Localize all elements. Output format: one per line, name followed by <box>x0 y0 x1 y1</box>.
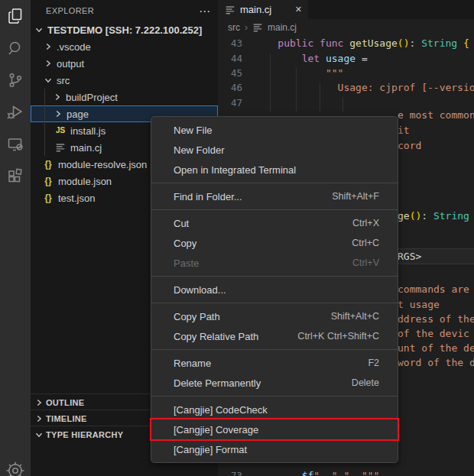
line-number: 46 <box>218 82 242 93</box>
breadcrumb-file[interactable]: main.cj <box>268 22 297 33</box>
breadcrumb-folder[interactable]: src <box>228 22 240 33</box>
cangjie-file-icon <box>252 22 263 33</box>
more-actions-icon[interactable]: ⋯ <box>199 5 210 17</box>
remote-explorer-icon[interactable] <box>0 128 31 160</box>
code-fragment: ge(): String <box>398 210 469 222</box>
cangjie-file-icon <box>225 5 235 15</box>
menu-item-copy-path[interactable]: Copy PathShift+Alt+C <box>151 306 398 326</box>
manage-gear-icon[interactable] <box>0 461 31 476</box>
run-and-debug-icon[interactable] <box>0 96 31 128</box>
menu-separator <box>151 303 398 303</box>
code-fragment: it <box>398 125 410 136</box>
code-fragment: ddress of the <box>398 313 474 325</box>
json-file-icon: {} <box>41 176 55 186</box>
breadcrumb: src › main.cj <box>218 19 474 35</box>
code-line: 45 """ <box>218 66 474 80</box>
menu-separator <box>151 276 398 277</box>
breadcrumb-separator: › <box>245 22 248 33</box>
menu-separator <box>151 209 398 210</box>
menu-item-cangjie-codecheck[interactable]: [Cangjie] CodeCheck <box>151 400 398 419</box>
indent-guide <box>270 53 271 112</box>
menu-item-new-file[interactable]: New File <box>151 120 398 140</box>
shortcut-label: Ctrl+V <box>352 257 379 268</box>
menu-item-open-in-integrated-terminal[interactable]: Open in Integrated Terminal <box>151 160 398 180</box>
tab-close-icon[interactable]: ✕ <box>295 5 302 15</box>
code-line: 43 public func getUsage(): String { <box>218 36 474 50</box>
menu-item-delete-permanently[interactable]: Delete PermanentlyDelete <box>151 373 398 393</box>
tab-bar: main.cj ✕ <box>218 0 474 19</box>
shortcut-label: Delete <box>352 377 379 388</box>
code-fragment: of the devic <box>398 328 469 339</box>
code-fragment: t usage <box>398 299 440 310</box>
activity-bar <box>0 0 31 476</box>
chevron-right-icon <box>33 397 45 409</box>
chevron-right-icon <box>42 40 54 53</box>
shortcut-label: Shift+Alt+F <box>332 191 379 202</box>
menu-item-copy[interactable]: CopyCtrl+C <box>151 233 398 253</box>
menu-item-cangjie-format[interactable]: [Cangjie] Format <box>151 439 398 459</box>
code-line: 44 let usage = <box>218 50 474 65</box>
tree-item-buildproject[interactable]: buildProject <box>31 89 218 105</box>
extensions-icon[interactable] <box>0 160 31 193</box>
tree-indent-guide <box>44 89 45 156</box>
explorer-header: EXPLORER ⋯ <box>31 0 218 21</box>
menu-item-cut[interactable]: CutCtrl+X <box>151 213 398 233</box>
line-number: 44 <box>218 53 242 64</box>
chevron-right-icon <box>42 57 54 70</box>
code-fragment: cord <box>398 140 421 151</box>
json-file-icon: {} <box>41 160 55 169</box>
context-menu: New File New Folder Open in Integrated T… <box>151 116 398 463</box>
indent-guide <box>320 83 320 112</box>
code-area[interactable]: 43 public func getUsage(): String { 44 l… <box>218 36 474 110</box>
explorer-icon[interactable] <box>0 0 31 32</box>
shortcut-label: Shift+Alt+C <box>331 311 379 322</box>
code-fragment: e most common <box>398 109 474 121</box>
shortcut-label: Ctrl+X <box>352 218 379 228</box>
explorer-title: EXPLORER <box>46 6 94 15</box>
menu-separator <box>151 183 398 183</box>
tree-item-output[interactable]: output <box>31 55 218 72</box>
code-line: 46 Usage: cjprof [--version <box>218 80 474 95</box>
indent-guide <box>296 68 297 112</box>
shortcut-label: Ctrl+C <box>352 238 379 248</box>
chevron-down-icon <box>33 429 45 441</box>
code-line-partial: 73 $f".." "..""" <box>218 468 474 476</box>
tree-item-vscode[interactable]: .vscode <box>31 38 218 55</box>
search-icon[interactable] <box>0 32 31 64</box>
json-file-icon: {} <box>41 193 55 202</box>
menu-separator <box>151 396 398 397</box>
chevron-down-icon <box>42 74 54 86</box>
shortcut-label: F2 <box>368 358 379 368</box>
chevron-down-icon <box>33 24 45 36</box>
menu-separator <box>151 349 398 350</box>
tree-item-root[interactable]: TESTDEMO [SSH: 7.222.100.252] <box>31 21 218 38</box>
menu-item-rename[interactable]: RenameF2 <box>151 353 398 373</box>
vscode-window: main.cj ✕ src › main.cj 43 public func g… <box>0 0 474 476</box>
chevron-right-icon <box>51 91 63 103</box>
shortcut-label: Ctrl+K Ctrl+Shift+C <box>297 331 379 342</box>
menu-item-cangjie-coverage[interactable]: [Cangjie] Coverage <box>151 419 398 439</box>
menu-item-paste: PasteCtrl+V <box>151 253 398 273</box>
menu-item-new-folder[interactable]: New Folder <box>151 140 398 160</box>
code-fragment: commands are <box>398 283 469 295</box>
tree-item-src[interactable]: src <box>31 72 218 89</box>
chevron-right-icon <box>33 413 45 425</box>
menu-item-find-in-folder[interactable]: Find in Folder...Shift+Alt+F <box>151 186 398 206</box>
javascript-file-icon: JS <box>54 127 67 134</box>
code-fragment: word of the d <box>398 357 474 368</box>
chevron-right-icon <box>52 108 64 120</box>
tab-label: main.cj <box>240 4 271 15</box>
cangjie-file-icon <box>54 142 67 154</box>
tab-main-cj[interactable]: main.cj ✕ <box>218 0 308 19</box>
code-line: 47 <box>218 96 474 110</box>
menu-item-download[interactable]: Download... <box>151 280 398 300</box>
line-number: 73 <box>218 470 242 476</box>
menu-item-copy-relative-path[interactable]: Copy Relative PathCtrl+K Ctrl+Shift+C <box>151 326 398 346</box>
line-number: 47 <box>218 97 242 108</box>
code-fragment: RGS> <box>398 251 421 262</box>
line-number: 43 <box>218 37 242 49</box>
line-number: 45 <box>218 67 242 79</box>
indent-guide <box>343 97 343 112</box>
code-fragment: unt of the de <box>398 342 474 354</box>
source-control-icon[interactable] <box>0 64 31 96</box>
